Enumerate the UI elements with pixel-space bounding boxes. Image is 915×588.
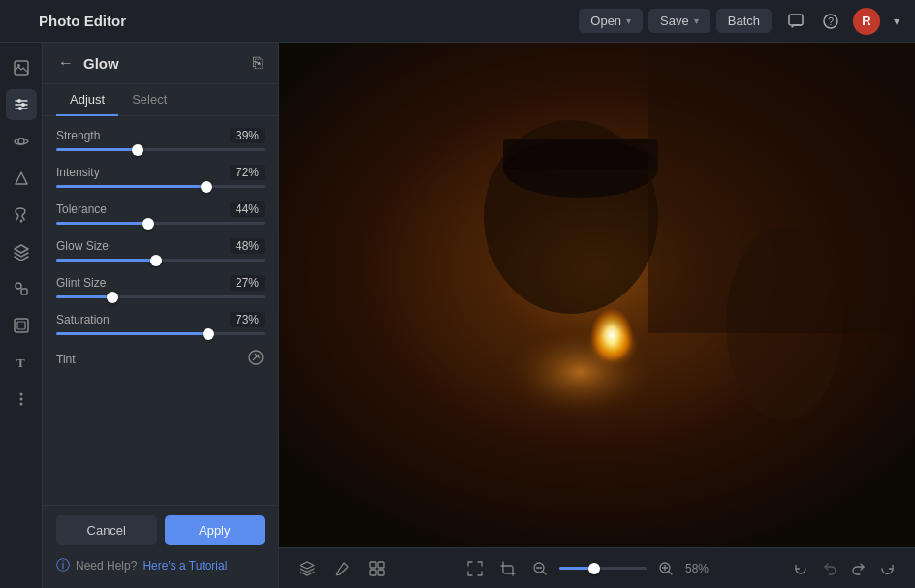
undo-button[interactable] (818, 557, 841, 580)
sidebar-icon-effects[interactable] (6, 163, 37, 194)
panel-body: Strength 39% Intensity 72% (43, 116, 278, 505)
open-button[interactable]: Open ▾ (579, 9, 643, 33)
top-bar-center: Open ▾ Save ▾ Batch (579, 9, 772, 33)
canvas-image (279, 43, 915, 547)
svg-line-40 (669, 572, 672, 574)
crop-button[interactable] (495, 556, 521, 581)
svg-text:T: T (16, 356, 25, 370)
slider-glow-size-header: Glow Size 48% (56, 238, 265, 254)
tutorial-link[interactable]: Here's a Tutorial (142, 559, 227, 573)
svg-line-37 (543, 572, 546, 574)
svg-rect-32 (370, 562, 376, 568)
zoom-percentage: 58% (685, 562, 716, 575)
glow-size-label: Glow Size (56, 239, 109, 253)
open-label: Open (590, 14, 621, 28)
redo-button[interactable] (847, 557, 870, 580)
svg-rect-15 (15, 319, 28, 332)
sidebar-icon-frames[interactable] (6, 310, 37, 341)
help-text: Need Help? (76, 559, 137, 573)
batch-button[interactable]: Batch (716, 9, 772, 33)
more-options-button[interactable]: ▾ (890, 11, 903, 32)
saturation-track[interactable] (56, 332, 265, 335)
action-buttons: Cancel Apply (56, 515, 265, 545)
save-preset-button[interactable]: ⎘ (251, 52, 265, 74)
sidebar-icon-photos[interactable] (6, 52, 37, 83)
intensity-track[interactable] (56, 185, 265, 188)
sidebar-icon-adjust[interactable] (6, 89, 37, 120)
layers-toggle-button[interactable] (295, 556, 320, 581)
rotate-button[interactable] (876, 557, 899, 580)
tolerance-value: 44% (230, 201, 265, 217)
svg-point-13 (16, 283, 21, 289)
svg-point-19 (19, 398, 22, 401)
glint-size-value: 27% (230, 275, 265, 291)
svg-point-18 (19, 393, 22, 396)
svg-point-6 (17, 99, 21, 103)
sidebar-icon-more[interactable] (6, 384, 37, 415)
tab-adjust[interactable]: Adjust (56, 84, 118, 116)
svg-rect-14 (21, 289, 27, 294)
user-avatar[interactable]: R (853, 8, 880, 35)
slider-saturation-header: Saturation 73% (56, 312, 265, 327)
tint-edit-button[interactable] (247, 349, 265, 370)
photo (279, 43, 915, 547)
canvas-area: 58% (279, 43, 915, 588)
top-bar: Photo Editor Open ▾ Save ▾ Batch ? R ▾ (0, 0, 915, 43)
panel-footer: Cancel Apply ⓘ Need Help? Here's a Tutor… (43, 505, 278, 588)
saturation-label: Saturation (56, 313, 110, 326)
slider-glint-size-header: Glint Size 27% (56, 275, 265, 291)
help-row: ⓘ Need Help? Here's a Tutorial (56, 557, 265, 574)
bottom-right (789, 557, 899, 580)
sidebar-icon-objects[interactable] (6, 273, 37, 304)
save-button[interactable]: Save ▾ (648, 9, 710, 33)
svg-point-12 (19, 220, 22, 223)
tint-row: Tint (56, 349, 265, 370)
slider-intensity: Intensity 72% (56, 165, 265, 188)
svg-point-10 (18, 107, 22, 110)
svg-rect-0 (789, 15, 803, 25)
svg-point-20 (19, 403, 22, 406)
panel-title: Glow (83, 55, 243, 72)
strength-value: 39% (230, 128, 265, 143)
sidebar-icon-view[interactable] (6, 126, 37, 157)
cancel-button[interactable]: Cancel (56, 515, 157, 545)
svg-rect-27 (503, 139, 658, 169)
glow-size-value: 48% (230, 238, 265, 254)
brush-tool-button[interactable] (330, 556, 355, 581)
intensity-label: Intensity (56, 166, 100, 179)
strength-track[interactable] (56, 148, 265, 151)
svg-text:?: ? (828, 15, 834, 27)
saturation-value: 73% (230, 312, 265, 327)
sidebar-icon-layers[interactable] (6, 236, 37, 267)
svg-rect-33 (378, 562, 384, 568)
bottom-left (295, 556, 390, 581)
zoom-in-button[interactable] (654, 557, 678, 580)
apply-button[interactable]: Apply (165, 515, 266, 545)
menu-button[interactable] (12, 14, 31, 29)
tab-select[interactable]: Select (118, 84, 180, 116)
top-bar-left: Photo Editor (12, 13, 567, 29)
slider-strength: Strength 39% (56, 128, 265, 151)
strength-label: Strength (56, 129, 100, 142)
intensity-value: 72% (230, 165, 265, 180)
zoom-out-button[interactable] (528, 557, 552, 580)
history-button[interactable] (789, 557, 812, 580)
svg-point-4 (17, 64, 20, 67)
info-icon: ⓘ (56, 557, 70, 574)
bottom-bar: 58% (279, 547, 915, 588)
slider-tolerance-header: Tolerance 44% (56, 201, 265, 217)
glow-size-track[interactable] (56, 259, 265, 262)
slider-glow-size: Glow Size 48% (56, 238, 265, 262)
sidebar-icon-text[interactable]: T (6, 347, 37, 378)
fit-screen-button[interactable] (462, 556, 488, 581)
zoom-slider[interactable] (559, 567, 647, 570)
open-chevron: ▾ (626, 15, 631, 26)
glint-size-track[interactable] (56, 295, 265, 298)
chat-button[interactable] (783, 9, 808, 34)
svg-point-28 (503, 324, 658, 420)
sidebar-icon-paint[interactable] (6, 200, 37, 231)
grid-view-button[interactable] (364, 556, 390, 581)
help-button[interactable]: ? (818, 9, 843, 34)
back-button[interactable]: ← (56, 52, 76, 74)
tolerance-track[interactable] (56, 222, 265, 225)
